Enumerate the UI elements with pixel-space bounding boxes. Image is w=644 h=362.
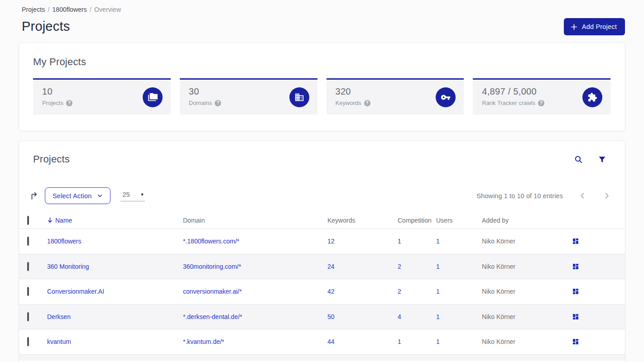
my-projects-title: My Projects <box>33 56 610 68</box>
column-header-keywords[interactable]: Keywords <box>327 217 398 224</box>
column-header-domain[interactable]: Domain <box>183 217 327 224</box>
stat-rank-tracker-label: Rank Tracker crawls <box>482 100 535 106</box>
users-count-link[interactable]: 1 <box>436 238 440 245</box>
added-by-value: Niko Körner <box>482 263 572 270</box>
row-checkbox[interactable] <box>27 312 29 321</box>
column-label-name: Name <box>55 217 72 224</box>
column-header-competition[interactable]: Competition <box>398 217 436 224</box>
stat-rank-tracker: 4,897 / 5,000 Rank Tracker crawls ? <box>473 78 610 114</box>
select-all-checkbox[interactable] <box>27 216 29 225</box>
added-by-value: Niko Körner <box>482 288 572 295</box>
stat-domains: 30 Domains ? <box>180 78 317 114</box>
table-row-partial <box>19 354 625 361</box>
pagination-prev-icon[interactable] <box>579 192 586 199</box>
chevron-down-icon <box>97 193 103 199</box>
row-checkbox[interactable] <box>27 262 29 271</box>
breadcrumb-separator: / <box>90 6 91 13</box>
keywords-count-link[interactable]: 12 <box>327 238 335 245</box>
page-title: Projects <box>22 19 625 34</box>
sort-down-icon <box>47 217 53 223</box>
project-domain-link[interactable]: *.derksen-dental.de/* <box>183 313 242 320</box>
pagination-next-icon[interactable] <box>603 192 610 199</box>
table-row: kvantum *.kvantum.de/* 44 1 1 Niko Körne… <box>19 329 625 354</box>
row-checkbox[interactable] <box>27 287 29 296</box>
select-action-dropdown[interactable]: Select Action <box>45 187 111 204</box>
add-project-button[interactable]: Add Project <box>564 18 625 35</box>
my-projects-card: My Projects 10 Projects ? 30 Domains ? 3… <box>19 43 625 131</box>
project-name-link[interactable]: kvantum <box>47 338 71 345</box>
filter-icon[interactable] <box>598 156 606 163</box>
competition-count-link[interactable]: 1 <box>398 238 401 245</box>
dashboard-icon[interactable] <box>572 288 579 295</box>
keywords-count-link[interactable]: 24 <box>327 263 335 270</box>
row-checkbox[interactable] <box>27 337 29 346</box>
stat-keywords: 320 Keywords ? <box>327 78 464 114</box>
breadcrumb-overview: Overview <box>94 6 121 13</box>
users-count-link[interactable]: 1 <box>436 338 440 345</box>
dashboard-icon[interactable] <box>572 238 579 245</box>
keywords-count-link[interactable]: 50 <box>327 313 335 320</box>
table-row: Conversionmaker.AI conversionmaker.ai/* … <box>19 279 625 304</box>
project-name-link[interactable]: 1800flowers <box>47 238 82 245</box>
project-domain-link[interactable]: 360monitoring.com/* <box>183 263 241 270</box>
stat-projects-label: Projects <box>42 100 63 106</box>
help-icon[interactable]: ? <box>215 100 221 106</box>
added-by-value: Niko Körner <box>482 238 572 245</box>
page-size-value: 25 <box>122 191 130 198</box>
competition-count-link[interactable]: 4 <box>398 313 401 320</box>
table-header-row: Name Domain Keywords Competition Users A… <box>19 212 625 229</box>
competition-count-link[interactable]: 2 <box>398 288 401 295</box>
users-count-link[interactable]: 1 <box>436 313 440 320</box>
breadcrumb-separator: / <box>48 6 49 13</box>
project-domain-link[interactable]: conversionmaker.ai/* <box>183 288 242 295</box>
stat-domains-label: Domains <box>189 100 212 106</box>
breadcrumb-1800flowers[interactable]: 1800flowers <box>52 6 87 13</box>
project-domain-link[interactable]: *.kvantum.de/* <box>183 338 224 345</box>
stat-projects: 10 Projects ? <box>33 78 171 114</box>
help-icon[interactable]: ? <box>538 100 544 106</box>
row-checkbox[interactable] <box>27 237 29 246</box>
page-header: Projects/1800flowers/Overview Projects A… <box>0 0 644 34</box>
breadcrumb-projects[interactable]: Projects <box>22 6 45 13</box>
project-name-link[interactable]: Conversionmaker.AI <box>47 288 104 295</box>
column-header-users[interactable]: Users <box>436 217 482 224</box>
breadcrumb: Projects/1800flowers/Overview <box>22 6 625 13</box>
table-row: 360 Monitoring 360monitoring.com/* 24 2 … <box>19 254 625 279</box>
help-icon[interactable]: ? <box>66 100 72 106</box>
dashboard-icon[interactable] <box>572 263 579 270</box>
project-name-link[interactable]: Derksen <box>47 313 71 320</box>
help-icon[interactable]: ? <box>364 100 370 106</box>
page-size-select[interactable]: 25 ▼ <box>120 190 145 201</box>
caret-down-icon: ▼ <box>140 192 144 197</box>
keywords-count-link[interactable]: 42 <box>327 288 335 295</box>
competition-count-link[interactable]: 1 <box>398 338 401 345</box>
added-by-value: Niko Körner <box>482 313 572 320</box>
added-by-value: Niko Körner <box>482 338 572 345</box>
folder-stack-icon <box>143 87 163 107</box>
column-header-name[interactable]: Name <box>47 217 183 224</box>
competition-count-link[interactable]: 2 <box>398 263 401 270</box>
key-icon <box>436 87 456 107</box>
table-body: 1800flowers *.1800flowers.com/* 12 1 1 N… <box>19 229 625 354</box>
search-icon[interactable] <box>574 155 583 164</box>
table-row: 1800flowers *.1800flowers.com/* 12 1 1 N… <box>19 229 625 254</box>
users-count-link[interactable]: 1 <box>436 263 440 270</box>
projects-table-title: Projects <box>33 153 70 165</box>
project-domain-link[interactable]: *.1800flowers.com/* <box>183 238 240 245</box>
column-header-added-by[interactable]: Added by <box>482 217 572 224</box>
keywords-count-link[interactable]: 44 <box>327 338 335 345</box>
users-count-link[interactable]: 1 <box>436 288 440 295</box>
add-project-label: Add Project <box>582 23 617 30</box>
stat-keywords-label: Keywords <box>336 100 361 106</box>
table-row: Derksen *.derksen-dental.de/* 50 4 1 Nik… <box>19 304 625 329</box>
dashboard-icon[interactable] <box>572 338 579 345</box>
plus-icon <box>570 23 578 31</box>
export-arrow-icon[interactable] <box>29 191 39 200</box>
dashboard-icon[interactable] <box>572 313 579 320</box>
stats-row: 10 Projects ? 30 Domains ? 320 Keywords <box>33 78 610 114</box>
table-toolbar: Select Action 25 ▼ Showing 1 to 10 of 10… <box>19 187 625 204</box>
showing-entries-text: Showing 1 to 10 of 10 entries <box>476 192 563 200</box>
project-name-link[interactable]: 360 Monitoring <box>47 263 89 270</box>
projects-table-card: Projects Select Action 25 ▼ Showing 1 to… <box>19 140 625 362</box>
building-icon <box>289 87 309 107</box>
